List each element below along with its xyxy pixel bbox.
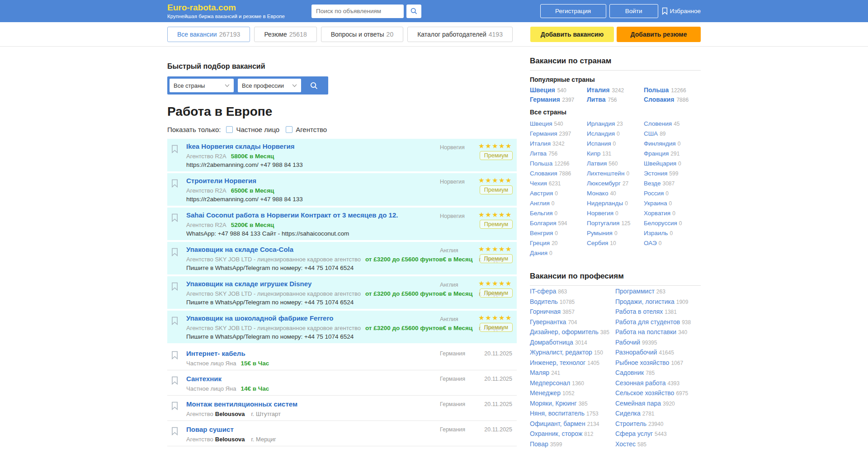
sidebar-list-link[interactable]: Россия [644, 190, 664, 197]
sidebar-list-link[interactable]: Словакия [530, 170, 557, 177]
sidebar-list-link[interactable]: Строитель [615, 420, 646, 427]
sidebar-list-link[interactable]: Семейная пара [615, 400, 661, 407]
bookmark-icon[interactable] [171, 145, 178, 155]
sidebar-list-link[interactable]: Австрия [530, 190, 553, 197]
listing-title-link[interactable]: Строители Норвегия [186, 177, 256, 184]
sidebar-list-link[interactable]: Испания [587, 140, 611, 147]
sidebar-list-link[interactable]: Разнорабочий [615, 349, 657, 356]
sidebar-list-link[interactable]: США [644, 130, 658, 137]
sidebar-list-link[interactable]: Хорватия [644, 210, 670, 217]
bookmark-icon[interactable] [171, 427, 178, 437]
sidebar-list-link[interactable]: Финляндия [644, 140, 676, 147]
bookmark-icon[interactable] [171, 179, 178, 189]
sidebar-list-link[interactable]: Работа в отелях [615, 308, 663, 315]
popular-country-link[interactable]: Литва [587, 96, 606, 103]
sidebar-list-link[interactable]: Монако [587, 190, 608, 197]
bookmark-icon[interactable] [171, 248, 178, 258]
sidebar-list-link[interactable]: Исландия [587, 130, 615, 137]
checkbox[interactable] [286, 126, 292, 133]
sidebar-list-link[interactable]: Повар [530, 440, 548, 448]
sidebar-list-link[interactable]: Журналист, редактор [530, 349, 592, 356]
sidebar-list-link[interactable]: Рабочий [615, 339, 640, 346]
sidebar-list-link[interactable]: Работа для студентов [615, 318, 680, 326]
popular-country-link[interactable]: Швеция [530, 86, 555, 94]
nav-tab[interactable]: Вопросы и ответы 20 [321, 27, 403, 42]
sidebar-list-link[interactable]: Маляр [530, 369, 549, 376]
sidebar-list-link[interactable]: Чехия [530, 180, 547, 187]
sidebar-list-link[interactable]: Сельское хозяйство [615, 389, 674, 397]
popular-country-link[interactable]: Словакия [644, 96, 674, 103]
sidebar-list-link[interactable]: Домработница [530, 339, 573, 346]
sidebar-list-link[interactable]: Рыбное хозяйство [615, 359, 669, 366]
sidebar-list-link[interactable]: Литва [530, 150, 547, 157]
sidebar-list-link[interactable]: Хостес [615, 440, 636, 448]
sidebar-list-link[interactable]: Везде [644, 180, 661, 187]
popular-country-link[interactable]: Германия [530, 96, 560, 103]
login-button[interactable]: Войти [609, 4, 658, 18]
sidebar-list-link[interactable]: Словения [644, 120, 672, 127]
sidebar-list-link[interactable]: Сезонная работа [615, 379, 665, 387]
add-resume-button[interactable]: Добавить резюме [617, 27, 701, 42]
listing-title-link[interactable]: Сантехник [186, 375, 222, 383]
sidebar-list-link[interactable]: Израиль [644, 230, 668, 236]
sidebar-list-link[interactable]: Румыния [587, 230, 613, 236]
sidebar-list-link[interactable]: Латвия [587, 160, 607, 167]
sidebar-list-link[interactable]: Швейцария [644, 160, 676, 167]
sidebar-list-link[interactable]: Дизайнер, оформитель [530, 328, 599, 336]
add-vacancy-button[interactable]: Добавить вакансию [530, 27, 614, 42]
sidebar-list-link[interactable]: Португалия [587, 220, 619, 227]
filter-option[interactable]: Частное лицо [226, 126, 279, 133]
sidebar-list-link[interactable]: Няня, воспитатель [530, 410, 585, 417]
sidebar-list-link[interactable]: ОАЭ [644, 240, 657, 246]
sidebar-list-link[interactable]: Нидерланды [587, 200, 623, 207]
favorites-link[interactable]: Избранное [662, 7, 701, 15]
sidebar-list-link[interactable]: Люксембург [587, 180, 621, 187]
sidebar-list-link[interactable]: Ирландия [587, 120, 615, 127]
site-logo[interactable]: Euro-rabota.com Крупнейшая биржа ваканси… [167, 3, 311, 19]
sidebar-list-link[interactable]: Сербия [587, 240, 608, 246]
sidebar-list-link[interactable]: Эстония [644, 170, 667, 177]
listing-title-link[interactable]: Повар сушист [186, 426, 234, 433]
listing-title-link[interactable]: Интернет- кабель [186, 350, 245, 357]
bookmark-icon[interactable] [171, 351, 178, 361]
popular-country-link[interactable]: Польша [644, 86, 669, 94]
nav-tab[interactable]: Резюме 25618 [254, 27, 316, 42]
sidebar-list-link[interactable]: Германия [530, 130, 557, 137]
profession-select[interactable]: Все профессии [238, 79, 301, 92]
sidebar-list-link[interactable]: Продажи, логистика [615, 298, 675, 305]
sidebar-list-link[interactable]: Моряки, Крюинг [530, 400, 577, 407]
listing-title-link[interactable]: Упаковщик на складе игрушек Disney [186, 280, 311, 288]
sidebar-list-link[interactable]: Программист [615, 288, 655, 295]
sidebar-list-link[interactable]: Гувернантка [530, 318, 566, 326]
sidebar-list-link[interactable]: Менеджер [530, 389, 561, 397]
nav-tab[interactable]: Все вакансии 267193 [167, 27, 250, 42]
country-select[interactable]: Все страны [170, 79, 234, 92]
quick-search-button[interactable] [305, 79, 322, 92]
popular-country-link[interactable]: Италия [587, 86, 609, 94]
listing-title-link[interactable]: Монтаж вентиляционных систем [186, 401, 297, 408]
listing-title-link[interactable]: Ikea Норвегия склады Норвегия [186, 143, 294, 150]
sidebar-list-link[interactable]: Инженер, технолог [530, 359, 585, 366]
sidebar-list-link[interactable]: Болгария [530, 220, 556, 227]
bookmark-icon[interactable] [171, 317, 178, 327]
sidebar-list-link[interactable]: Охранник, сторож [530, 430, 582, 437]
sidebar-list-link[interactable]: Сиделка [615, 410, 641, 417]
register-button[interactable]: Регистрация [540, 4, 606, 18]
sidebar-list-link[interactable]: Норвегия [587, 210, 613, 217]
bookmark-icon[interactable] [171, 213, 178, 224]
bookmark-icon[interactable] [171, 402, 178, 412]
sidebar-list-link[interactable]: Франция [644, 150, 669, 157]
sidebar-list-link[interactable]: Швеция [530, 120, 552, 127]
listing-title-link[interactable]: Упаковщик на складе Coca-Cola [186, 246, 293, 253]
sidebar-list-link[interactable]: Польша [530, 160, 552, 167]
bookmark-icon[interactable] [171, 376, 178, 387]
sidebar-list-link[interactable]: Лихтенштейн [587, 170, 624, 177]
sidebar-list-link[interactable]: Венгрия [530, 230, 553, 236]
nav-tab[interactable]: Каталог работодателей 4193 [407, 27, 513, 42]
sidebar-list-link[interactable]: Бельгия [530, 210, 553, 217]
listing-title-link[interactable]: Упаковщик на шоколадной фабрике Ferrero [186, 315, 333, 322]
sidebar-list-link[interactable]: Кипр [587, 150, 600, 157]
checkbox[interactable] [226, 126, 233, 133]
sidebar-list-link[interactable]: Греция [530, 240, 550, 246]
sidebar-list-link[interactable]: Медперсонал [530, 379, 570, 387]
